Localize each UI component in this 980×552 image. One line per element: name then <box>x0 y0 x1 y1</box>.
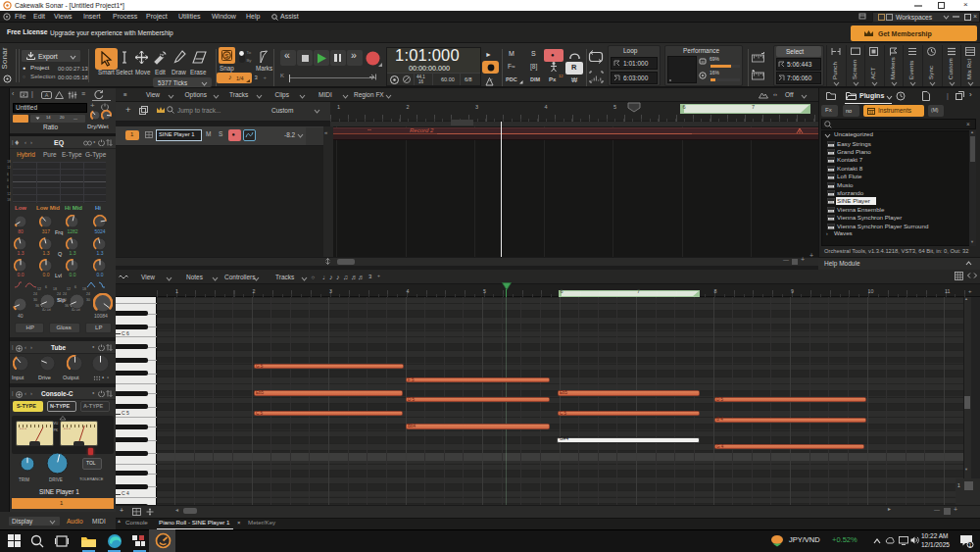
svg-text:A: A <box>45 92 49 98</box>
svg-text:1: 1 <box>969 542 972 548</box>
svg-text:S: S <box>224 53 228 59</box>
